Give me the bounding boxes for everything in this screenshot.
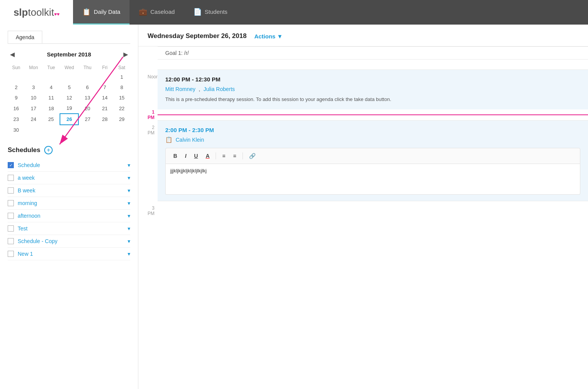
cal-day-18[interactable]: 18: [42, 103, 60, 114]
main-container: Agenda ◀ September 2018 ▶ Sun Mon Tue We…: [0, 25, 588, 389]
cal-day-1[interactable]: 1: [113, 72, 130, 82]
cal-next-button[interactable]: ▶: [121, 50, 130, 59]
participant-sep: ,: [199, 86, 200, 92]
tab-students[interactable]: 📄 Students: [184, 0, 237, 25]
schedule-name-test[interactable]: Test: [18, 225, 128, 232]
schedule-checkbox-schedule-copy[interactable]: [8, 238, 14, 244]
schedule-name-schedule-copy[interactable]: Schedule - Copy: [18, 238, 128, 244]
session1-time: 12:00 PM - 12:30 PM: [165, 76, 580, 83]
cal-day-thu: Thu: [78, 63, 96, 72]
logo-area: slptoolkit♥♥: [0, 0, 73, 25]
schedule-name-a-week[interactable]: a week: [18, 175, 128, 181]
sidebar: Agenda ◀ September 2018 ▶ Sun Mon Tue We…: [0, 25, 138, 389]
tab-caseload[interactable]: 💼 Caseload: [130, 0, 184, 25]
cal-day-22[interactable]: 22: [113, 103, 130, 114]
cal-day-30[interactable]: 30: [8, 125, 25, 135]
unordered-list-button[interactable]: ≡: [230, 151, 239, 161]
participant-mitt-romney[interactable]: Mitt Romney: [165, 86, 196, 92]
cal-day-5[interactable]: 5: [60, 82, 78, 93]
cal-day-9[interactable]: 9: [8, 93, 25, 103]
schedule-checkbox-schedule[interactable]: [8, 162, 14, 168]
schedule-chevron-test[interactable]: ▾: [128, 225, 130, 232]
toolbar-sep-1: [216, 152, 216, 159]
2pm-label: 2 PM: [138, 120, 158, 136]
cal-day-19[interactable]: 19: [60, 103, 78, 114]
schedule-checkbox-morning[interactable]: [8, 200, 14, 206]
cal-month-year: September 2018: [47, 51, 91, 58]
cal-day-11[interactable]: 11: [42, 93, 60, 103]
schedule-name-morning[interactable]: morning: [18, 200, 128, 206]
actions-button[interactable]: Actions ▼: [254, 33, 283, 40]
schedule-checkbox-new1[interactable]: [8, 251, 14, 257]
current-time-row: 1 PM: [138, 109, 588, 120]
cal-day-13[interactable]: 13: [78, 93, 96, 103]
schedule-name-afternoon[interactable]: afternoon: [18, 213, 128, 219]
schedule-checkbox-test[interactable]: [8, 225, 14, 232]
cal-day-20[interactable]: 20: [78, 103, 96, 114]
schedule-chevron-new1[interactable]: ▾: [128, 251, 130, 257]
schedule-chevron-afternoon[interactable]: ▾: [128, 213, 130, 219]
cal-day-3[interactable]: 3: [25, 82, 42, 93]
schedule-chevron-a-week[interactable]: ▾: [128, 175, 130, 181]
color-button[interactable]: A: [203, 151, 213, 161]
cal-day-12[interactable]: 12: [60, 93, 78, 103]
cal-day-27[interactable]: 27: [78, 114, 96, 125]
ordered-list-button[interactable]: ≡: [219, 151, 228, 161]
copy-icon: 📋: [165, 136, 173, 143]
agenda-tab[interactable]: Agenda: [8, 31, 42, 43]
agenda-tab-label: Agenda: [16, 34, 34, 40]
cal-day-15[interactable]: 15: [113, 93, 130, 103]
schedules-list: Schedule▾a week▾B week▾morning▾afternoon…: [8, 159, 130, 260]
schedule-checkbox-a-week[interactable]: [8, 175, 14, 181]
daily-data-icon: 📋: [82, 8, 91, 16]
add-schedule-button[interactable]: +: [44, 146, 53, 154]
editor-content[interactable]: jjjkljkjjkljkljkljlkjlkj: [165, 164, 580, 195]
session1-participants: Mitt Romney , Julia Roberts: [165, 86, 580, 93]
cal-day-17[interactable]: 17: [25, 103, 42, 114]
cal-day-10[interactable]: 10: [25, 93, 42, 103]
participant-julia-roberts[interactable]: Julia Roberts: [203, 86, 235, 92]
cal-day-8[interactable]: 8: [113, 82, 130, 93]
calendar: ◀ September 2018 ▶ Sun Mon Tue Wed Thu F…: [0, 44, 138, 141]
cal-day-tue: Tue: [42, 63, 60, 72]
cal-prev-button[interactable]: ◀: [8, 50, 17, 59]
cal-day-23[interactable]: 23: [8, 114, 25, 125]
italic-button[interactable]: I: [182, 151, 189, 161]
cal-day-16[interactable]: 16: [8, 103, 25, 114]
cal-day-29[interactable]: 29: [113, 114, 130, 125]
cal-day-21[interactable]: 21: [96, 103, 113, 114]
tab-students-label: Students: [205, 8, 228, 15]
schedule-name-b-week[interactable]: B week: [18, 187, 128, 194]
schedule-chevron-morning[interactable]: ▾: [128, 200, 130, 206]
noon-label: Noon: [138, 70, 158, 79]
cal-day-today[interactable]: 26: [60, 114, 78, 125]
cal-day-14[interactable]: 14: [96, 93, 113, 103]
cal-day-25[interactable]: 25: [42, 114, 60, 125]
cal-day-24[interactable]: 24: [25, 114, 42, 125]
goal-partial-block: Goal 1: /r/: [138, 46, 588, 70]
underline-button[interactable]: U: [191, 151, 201, 161]
schedule-name-new1[interactable]: New 1: [18, 251, 128, 257]
cal-day-28[interactable]: 28: [96, 114, 113, 125]
3pm-block: 3 PM: [138, 201, 588, 224]
bold-button[interactable]: B: [170, 151, 180, 161]
schedule-item-new1: New 1▾: [8, 248, 130, 260]
schedule-name-schedule[interactable]: Schedule: [18, 162, 128, 168]
cal-day-7[interactable]: 7: [96, 82, 113, 93]
schedule-chevron-b-week[interactable]: ▾: [128, 187, 130, 194]
tab-daily-data[interactable]: 📋 Daily Data: [73, 0, 130, 25]
cal-day-2[interactable]: 2: [8, 82, 25, 93]
schedule-item-schedule: Schedule▾: [8, 159, 130, 172]
participant-calvin-klein[interactable]: Calvin Klein: [176, 137, 204, 143]
cal-day-wed: Wed: [60, 63, 78, 72]
schedule-chevron-schedule[interactable]: ▾: [128, 162, 130, 168]
link-button[interactable]: 🔗: [246, 151, 259, 161]
schedule-chevron-schedule-copy[interactable]: ▾: [128, 238, 130, 244]
cal-day-4[interactable]: 4: [42, 82, 60, 93]
actions-label: Actions: [254, 33, 276, 40]
timeline: Goal 1: /r/ Noon 12:00 PM - 12:30 PM Mit…: [138, 46, 588, 224]
schedule-checkbox-b-week[interactable]: [8, 187, 14, 194]
current-time-line: [158, 114, 588, 115]
cal-day-6[interactable]: 6: [78, 82, 96, 93]
schedule-checkbox-afternoon[interactable]: [8, 213, 14, 219]
